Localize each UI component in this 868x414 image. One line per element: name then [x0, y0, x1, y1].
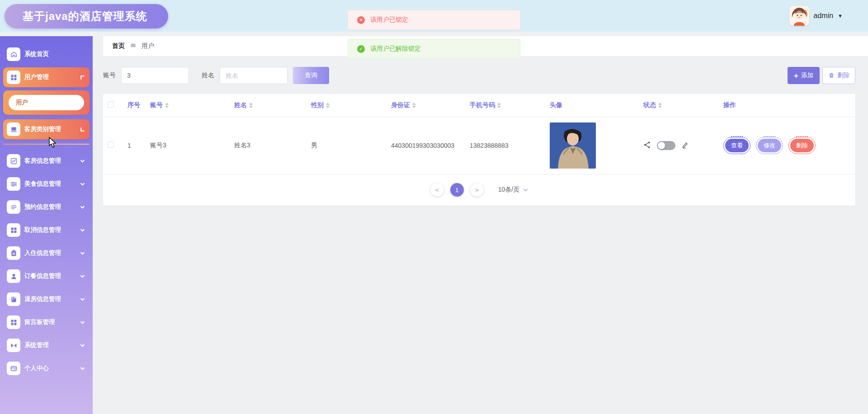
- sidebar-subitem-user[interactable]: 用户: [9, 95, 84, 110]
- cell-phone: 13823888883: [465, 117, 545, 174]
- sidebar-item-system-mgmt[interactable]: 系统管理: [3, 335, 90, 355]
- cell-gender: 男: [307, 117, 387, 174]
- edit-pencil-icon[interactable]: [681, 141, 689, 150]
- lock-toggle[interactable]: [657, 141, 675, 150]
- table-header-row: 序号 账号 姓名 性别 身份证 手机号码 头像 状态 操作: [103, 94, 855, 117]
- cell-no: 1: [123, 117, 146, 174]
- sidebar-item-meal-order-mgmt[interactable]: 订餐信息管理: [3, 266, 90, 286]
- switch-icon: [7, 339, 20, 352]
- row-delete-button[interactable]: 删除: [788, 137, 816, 154]
- add-button[interactable]: + 添加: [788, 67, 820, 84]
- name-input[interactable]: [220, 67, 288, 84]
- next-page-button[interactable]: >: [470, 183, 484, 197]
- table-row: 1 账号3 姓名3 男 440300199303030003 138238888…: [103, 117, 855, 174]
- sidebar-item-message-board-mgmt[interactable]: 留言板管理: [3, 312, 90, 332]
- chevron-down-icon: [80, 182, 85, 187]
- delete-button[interactable]: 删除: [822, 67, 855, 84]
- book-icon: [7, 292, 20, 306]
- breadcrumb-separator-icon: [130, 42, 136, 50]
- sidebar-divider: [3, 144, 90, 145]
- sidebar-item-checkin-info-mgmt[interactable]: 入住信息管理: [3, 243, 90, 263]
- trash-icon: [828, 72, 835, 79]
- app: 基于java的酒店管理系统 admin ▼: [0, 0, 868, 414]
- sidebar-item-cancel-info-mgmt[interactable]: 取消信息管理: [3, 220, 90, 240]
- sort-icon[interactable]: [165, 103, 169, 108]
- sliders-icon: [7, 177, 20, 191]
- submenu-user-mgmt: 用户: [3, 90, 90, 115]
- list-icon: [7, 200, 20, 214]
- username: admin: [814, 12, 834, 20]
- sidebar-item-home[interactable]: 系统首页: [3, 44, 90, 64]
- account-label: 账号: [103, 71, 116, 80]
- current-page-button[interactable]: 1: [450, 183, 464, 197]
- sort-icon[interactable]: [326, 103, 330, 108]
- row-checkbox[interactable]: [108, 141, 114, 148]
- sidebar-item-user-mgmt[interactable]: 用户管理: [3, 67, 90, 87]
- prev-page-button[interactable]: <: [430, 183, 444, 197]
- chevron-down-icon: [80, 251, 85, 256]
- search-button[interactable]: 查询: [293, 67, 329, 84]
- cell-account: 账号3: [146, 117, 230, 174]
- sidebar-item-checkout-info-mgmt[interactable]: 退房信息管理: [3, 289, 90, 309]
- row-avatar-photo: [550, 122, 596, 169]
- user-table-card: 序号 账号 姓名 性别 身份证 手机号码 头像 状态 操作: [103, 94, 855, 206]
- edit-button[interactable]: 修改: [756, 137, 783, 154]
- chevron-collapse-icon: [80, 127, 85, 132]
- sort-icon[interactable]: [497, 103, 501, 108]
- chevron-down-icon: [80, 228, 85, 233]
- pagination: < 1 > 10条/页: [103, 174, 855, 206]
- user-table: 序号 账号 姓名 性别 身份证 手机号码 头像 状态 操作: [103, 94, 855, 174]
- name-label: 姓名: [202, 71, 214, 80]
- filter-toolbar: 账号 姓名 查询 + 添加 删除: [103, 66, 855, 85]
- sidebar: 系统首页 用户管理 用户 客房类别管理 客房信息管理: [0, 36, 93, 414]
- chevron-down-icon: [80, 297, 85, 302]
- app-title: 基于java的酒店管理系统: [5, 4, 168, 28]
- page-size-select[interactable]: 10条/页: [498, 186, 528, 194]
- toast-error: ✕ 该用户已锁定: [348, 10, 520, 30]
- card-icon: [7, 362, 20, 375]
- grid-icon: [7, 315, 20, 329]
- sidebar-item-personal-center[interactable]: 个人中心: [3, 358, 90, 378]
- chevron-expanded-icon: [80, 75, 85, 80]
- success-check-icon: ✓: [357, 45, 365, 53]
- grid-icon: [7, 71, 20, 84]
- clipboard-x-icon: [7, 246, 20, 260]
- user-avatar: [789, 6, 809, 26]
- sort-icon[interactable]: [658, 103, 662, 108]
- user-icon: [7, 269, 20, 283]
- breadcrumb-home[interactable]: 首页: [112, 42, 125, 50]
- user-menu[interactable]: admin ▼: [789, 6, 843, 26]
- select-all-checkbox[interactable]: [108, 101, 114, 108]
- share-icon[interactable]: [643, 141, 651, 150]
- laptop-icon: [7, 122, 20, 136]
- sidebar-item-food-info-mgmt[interactable]: 美食信息管理: [3, 174, 90, 194]
- view-button[interactable]: 查看: [723, 137, 750, 154]
- sidebar-item-room-info-mgmt[interactable]: 客房信息管理: [3, 151, 90, 171]
- sort-icon[interactable]: [412, 103, 416, 108]
- sidebar-item-room-type-mgmt[interactable]: 客房类别管理: [3, 119, 90, 139]
- chevron-down-icon: [80, 343, 85, 348]
- toast-success: ✓ 该用户已解除锁定: [348, 39, 520, 59]
- chevron-down-icon: [80, 274, 85, 279]
- chevron-down-icon: [80, 159, 85, 164]
- account-input[interactable]: [121, 67, 189, 84]
- chevron-down-icon: [80, 320, 85, 325]
- chevron-down-icon: [523, 188, 528, 193]
- user-caret-icon: ▼: [838, 13, 843, 19]
- cell-idcard: 440300199303030003: [387, 117, 465, 174]
- chevron-down-icon: [80, 205, 85, 210]
- plus-icon: +: [794, 72, 798, 80]
- chevron-down-icon: [80, 366, 85, 371]
- sort-icon[interactable]: [249, 103, 253, 108]
- breadcrumb-current: 用户: [142, 42, 154, 50]
- home-icon: [7, 47, 20, 61]
- sidebar-item-booking-info-mgmt[interactable]: 预约信息管理: [3, 197, 90, 217]
- error-circle-icon: ✕: [357, 16, 365, 24]
- grid-icon: [7, 223, 20, 237]
- cell-name: 姓名3: [230, 117, 307, 174]
- chart-icon: [7, 154, 20, 168]
